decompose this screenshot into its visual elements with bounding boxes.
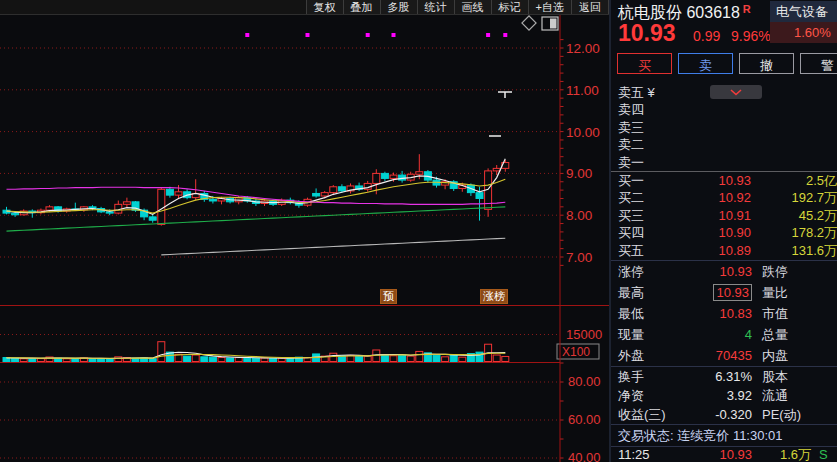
chevron-down-icon: [730, 89, 742, 96]
stats-grid: 涨停 10.93 跌停 8.95 最高 10.93 量比 2.5 最低 10.8…: [611, 260, 837, 366]
svg-text:15000: 15000: [566, 327, 602, 342]
stats-row-limit: 涨停 10.93 跌停 8.95: [611, 261, 837, 282]
sell-button[interactable]: 卖: [678, 53, 733, 74]
toolbar-button-draw-line[interactable]: 画线: [454, 0, 491, 14]
cancel-order-button[interactable]: 撤: [739, 53, 794, 74]
sector-name: 电气设备: [770, 1, 837, 22]
alert-tag[interactable]: 预: [380, 289, 397, 304]
stats-row-lots: 外盘 70435 内盘 36563: [611, 345, 837, 366]
quote-header: 杭电股份 603618R 10.93 0.99 9.96% 电气设备 1.60%: [611, 0, 837, 48]
sell-5-row: 卖五 ¥: [611, 84, 837, 101]
toolbar-button-overlay[interactable]: 叠加: [343, 0, 380, 14]
toolbar-button-adjust-price[interactable]: 复权: [306, 0, 343, 14]
diamond-icon[interactable]: [522, 16, 536, 30]
sell-1-row: 卖一: [611, 154, 837, 171]
fundamentals-grid: 换手 6.31% 股本 6.91 净资 3.92 流通 6.91 收益(三) -…: [611, 366, 837, 424]
buy-1-row: 买一 10.93 2.5亿: [611, 171, 837, 189]
quote-panel: 杭电股份 603618R 10.93 0.99 9.96% 电气设备 1.60%…: [611, 0, 837, 462]
tick-list-row[interactable]: 11:25 10.93 1.6万 S: [611, 446, 837, 462]
fund-row-networth: 净资 3.92 流通 6.91: [611, 386, 837, 405]
alert-button[interactable]: 警: [800, 53, 837, 74]
trading-app-window: 12.0011.0010.009.008.007.0015000X10080.0…: [0, 0, 837, 462]
toolbar-button-mark[interactable]: 标记: [491, 0, 528, 14]
chart-toolbar: 复权 叠加 多股 统计 画线 标记 +自选 返回: [0, 0, 609, 15]
svg-text:8.00: 8.00: [566, 208, 592, 223]
split-view-icon[interactable]: [542, 17, 558, 30]
stock-name: 杭电股份: [618, 4, 682, 21]
price-change-pct: 9.96%: [731, 28, 771, 44]
fund-row-eps: 收益(三) -0.320 PE(动) --: [611, 405, 837, 424]
toolbar-button-statistics[interactable]: 统计: [417, 0, 454, 14]
kline-chart-area[interactable]: 12.0011.0010.009.008.007.0015000X10080.0…: [0, 0, 609, 462]
svg-text:10.00: 10.00: [566, 125, 600, 140]
svg-text:12.00: 12.00: [566, 41, 600, 56]
order-book: 卖五 ¥ 卖四 卖三 卖二: [611, 84, 837, 259]
last-price: 10.93: [618, 20, 676, 47]
trade-buttons: 买 卖 撤 警: [617, 53, 837, 74]
buy-5-row: 买五 10.89 131.6万: [611, 242, 837, 259]
status-time: 11:30:01: [733, 428, 783, 443]
high-price-boxed: 10.93: [713, 284, 752, 301]
buy-4-row: 买四 10.90 178.2万: [611, 224, 837, 241]
buy-button[interactable]: 买: [617, 53, 672, 74]
svg-text:11.00: 11.00: [566, 83, 599, 98]
tick-price: 10.93: [676, 447, 752, 462]
tick-side: S: [819, 447, 828, 462]
toolbar-button-multi-stock[interactable]: 多股: [380, 0, 417, 14]
svg-text:7.00: 7.00: [566, 250, 592, 265]
stock-code: 603618: [686, 4, 739, 21]
buy-3-row: 买三 10.91 45.2万: [611, 207, 837, 224]
sector-change: 1.60%: [770, 22, 837, 43]
price-change: 0.99: [693, 28, 720, 44]
toolbar-button-add-watchlist[interactable]: +自选: [528, 0, 571, 14]
tick-volume: 1.6万: [756, 447, 811, 462]
sell-2-row: 卖二: [611, 136, 837, 153]
svg-text:60.00: 60.00: [568, 412, 601, 427]
candlestick-chart[interactable]: 12.0011.0010.009.008.007.0015000X10080.0…: [0, 0, 609, 462]
svg-text:40.00: 40.00: [568, 450, 601, 462]
sector-widget[interactable]: 电气设备 1.60%: [770, 1, 837, 43]
sell-4-row: 卖四: [611, 101, 837, 118]
margin-flag: R: [743, 3, 751, 15]
stats-row-low: 最低 10.83 市值 75.6: [611, 303, 837, 324]
orderbook-dropdown[interactable]: [710, 85, 762, 99]
fund-row-turnover: 换手 6.31% 股本 6.91: [611, 367, 837, 386]
svg-text:X100: X100: [562, 345, 590, 359]
svg-text:9.00: 9.00: [566, 166, 592, 181]
buy-2-row: 买二 10.92 192.7万: [611, 189, 837, 206]
trading-status: 交易状态: 连续竞价 11:30:01: [611, 424, 837, 446]
svg-text:80.00: 80.00: [568, 374, 601, 389]
stats-row-volume: 现量 4 总量 43607: [611, 324, 837, 345]
tick-time: 11:25: [611, 447, 650, 462]
sell-3-row: 卖三: [611, 119, 837, 136]
chart-tool-icons: [520, 15, 565, 33]
stats-row-high: 最高 10.93 量比 2.5: [611, 282, 837, 303]
toolbar-button-back[interactable]: 返回: [571, 0, 609, 14]
rank-tag[interactable]: 涨榜: [480, 289, 508, 304]
